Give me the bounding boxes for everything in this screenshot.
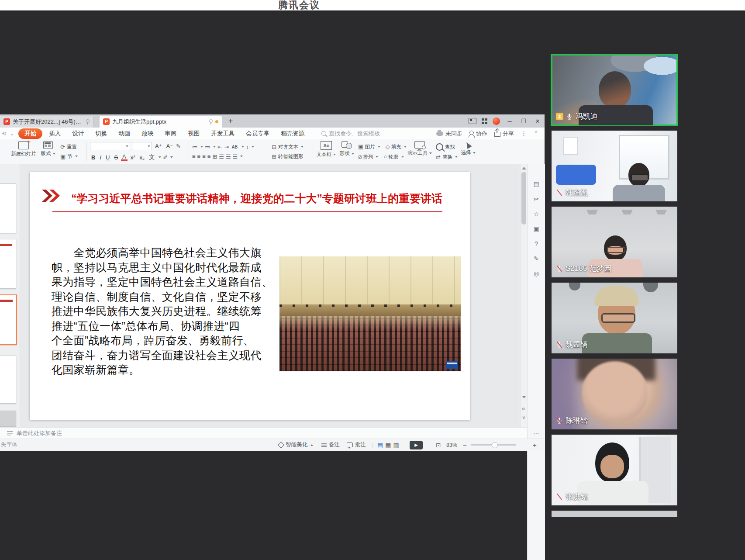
- comments-button[interactable]: 批注: [347, 439, 366, 451]
- slide-thumbnail[interactable]: [0, 411, 16, 427]
- numbering-icon[interactable]: ≕: [205, 144, 210, 150]
- normal-view-icon[interactable]: ▤: [377, 442, 383, 449]
- slide-title[interactable]: “学习习近平总书记重要讲话精神，迎接党的二十大”专题研讨班上的重要讲话: [56, 191, 458, 206]
- participant-video-tile[interactable]: S2185 范梦园: [552, 207, 677, 277]
- tab-member[interactable]: 会员专享: [240, 130, 275, 138]
- quick-access-icons[interactable]: ⟲⌄: [2, 131, 14, 137]
- doc-tab-pptx[interactable]: P 九月组织生活ppt.pptx: [100, 116, 222, 128]
- apps-grid-icon[interactable]: [482, 118, 487, 124]
- font-color-button[interactable]: A: [121, 154, 128, 161]
- sync-status[interactable]: 未同步: [436, 130, 462, 138]
- select-button[interactable]: 选择: [459, 141, 477, 156]
- shapes-button[interactable]: 形状: [338, 141, 355, 157]
- close-icon[interactable]: ✕: [533, 118, 542, 124]
- participant-video-tile[interactable]: 冯凯迪: [552, 55, 677, 125]
- slide-thumbnail-panel[interactable]: [0, 164, 20, 427]
- decrease-indent-icon[interactable]: ⇤: [217, 144, 222, 150]
- increase-indent-icon[interactable]: ⇥: [224, 144, 229, 150]
- paragraph-layout-icon[interactable]: ☰: [226, 153, 231, 160]
- notes-toggle-button[interactable]: 备注: [321, 439, 340, 451]
- align-left-icon[interactable]: ≡: [192, 153, 196, 160]
- tab-review[interactable]: 审阅: [159, 130, 182, 138]
- columns-icon[interactable]: ☰: [219, 153, 224, 160]
- section-button[interactable]: ▣节: [60, 153, 78, 160]
- text-direction-icon[interactable]: ☰: [233, 153, 238, 160]
- line-spacing-icon[interactable]: ↕: [246, 144, 249, 150]
- fit-window-icon[interactable]: ⊡: [436, 439, 441, 451]
- zoom-slider-handle[interactable]: [492, 442, 498, 448]
- slide-thumbnail[interactable]: [0, 356, 16, 404]
- undo-icon[interactable]: ⟲: [2, 131, 6, 137]
- tab-insert[interactable]: 插入: [43, 130, 66, 138]
- minimize-icon[interactable]: ─: [505, 118, 514, 124]
- superscript-button[interactable]: x²: [129, 154, 137, 161]
- conference-photo[interactable]: [279, 256, 461, 371]
- copy-pane-icon[interactable]: ▣: [531, 224, 541, 234]
- scrollbar-thumb[interactable]: [521, 172, 526, 225]
- fill-button[interactable]: ◇ 填充: [386, 143, 401, 150]
- participant-video-tile[interactable]: 陈琳锴: [552, 359, 677, 429]
- smart-beautify-button[interactable]: 智能美化: [279, 439, 313, 451]
- vertical-scrollbar[interactable]: « «: [520, 164, 527, 427]
- slide-sorter-icon[interactable]: ▦: [385, 442, 391, 449]
- zoom-in-icon[interactable]: +: [533, 439, 537, 451]
- tab-design[interactable]: 设计: [66, 130, 90, 138]
- align-center-icon[interactable]: ≡: [197, 153, 201, 160]
- bullets-icon[interactable]: ≔: [192, 144, 198, 150]
- find-button[interactable]: 查找: [436, 143, 458, 151]
- text-effect-button[interactable]: 文: [148, 153, 156, 161]
- zoom-percent[interactable]: 83%: [446, 439, 457, 451]
- textbox-button[interactable]: A≡ 文本框: [316, 141, 336, 158]
- slide[interactable]: “学习习近平总书记重要讲话精神，迎接党的二十大”专题研讨班上的重要讲话 全党必须…: [30, 172, 470, 420]
- workspace-icon[interactable]: [469, 118, 476, 124]
- tab-docer[interactable]: 稻壳资源: [275, 130, 310, 138]
- tab-transition[interactable]: 切换: [90, 130, 113, 138]
- participant-video-tile[interactable]: 张洪铭: [552, 435, 677, 505]
- decrease-font-button[interactable]: A⁻: [165, 143, 175, 149]
- align-right-icon[interactable]: ≡: [202, 153, 206, 160]
- char-spacing-button[interactable]: AB: [231, 145, 239, 149]
- crop-tool-icon[interactable]: ✂: [531, 194, 541, 204]
- missing-font-warning[interactable]: 失字体: [1, 439, 17, 451]
- dropdown-caret-icon[interactable]: ⌄: [10, 131, 14, 137]
- new-slide-button[interactable]: 新建幻灯片: [10, 141, 37, 157]
- outline-button[interactable]: ○ 轮廓: [383, 153, 398, 160]
- slide-thumbnail-selected[interactable]: [0, 294, 17, 345]
- account-avatar[interactable]: [493, 118, 500, 125]
- font-name-combo[interactable]: [90, 142, 130, 150]
- clear-format-icon[interactable]: ✎: [176, 143, 181, 149]
- more-menu-icon[interactable]: ⋮: [521, 130, 527, 137]
- scroll-down-icon[interactable]: [522, 396, 526, 398]
- zoom-out-icon[interactable]: −: [463, 439, 467, 451]
- participant-video-tile[interactable]: 魏孟镐: [552, 283, 677, 353]
- strikethrough-button[interactable]: S: [113, 154, 119, 161]
- present-tools-button[interactable]: 演示工具: [406, 141, 433, 156]
- reading-view-icon[interactable]: ▥: [393, 442, 399, 449]
- bold-button[interactable]: B: [90, 154, 97, 161]
- font-size-combo[interactable]: [132, 142, 152, 150]
- next-slide-button[interactable]: «: [521, 414, 527, 421]
- tab-animation[interactable]: 动画: [113, 130, 136, 138]
- help-icon[interactable]: ?: [531, 239, 541, 249]
- slide-canvas[interactable]: “学习习近平总书记重要讲话精神，迎接党的二十大”专题研讨班上的重要讲话 全党必须…: [20, 164, 520, 427]
- italic-button[interactable]: I: [98, 154, 103, 161]
- new-tab-button[interactable]: +: [225, 116, 236, 127]
- collapse-ribbon-icon[interactable]: ⌃: [534, 130, 538, 137]
- slide-body-text[interactable]: 全党必须高举中国特色社会主义伟大旗 帜，坚持以马克思主义中国化时代化最新成 果为…: [52, 245, 279, 377]
- scroll-up-icon[interactable]: [522, 167, 526, 169]
- align-text-button[interactable]: ⊟对齐文本: [272, 144, 304, 150]
- picture-button[interactable]: ▣ 图片: [358, 143, 375, 150]
- slide-thumbnail[interactable]: [0, 239, 16, 289]
- maximize-icon[interactable]: ❐: [519, 118, 528, 124]
- justify-icon[interactable]: ≡: [207, 153, 211, 160]
- play-slideshow-button[interactable]: ▶: [410, 439, 423, 451]
- tab-devtools[interactable]: 开发工具: [205, 130, 240, 138]
- favorites-icon[interactable]: ☆: [531, 209, 541, 219]
- tab-home[interactable]: 开始: [18, 128, 42, 139]
- distribute-icon[interactable]: ⊞: [212, 153, 217, 160]
- play-pane-icon[interactable]: ▤: [531, 179, 541, 189]
- zoom-slider[interactable]: [471, 439, 516, 451]
- smartart-button[interactable]: ⊞转智能图形: [272, 153, 304, 160]
- command-search[interactable]: 查找命令、搜索模板: [321, 130, 380, 138]
- underline-button[interactable]: U: [104, 154, 111, 161]
